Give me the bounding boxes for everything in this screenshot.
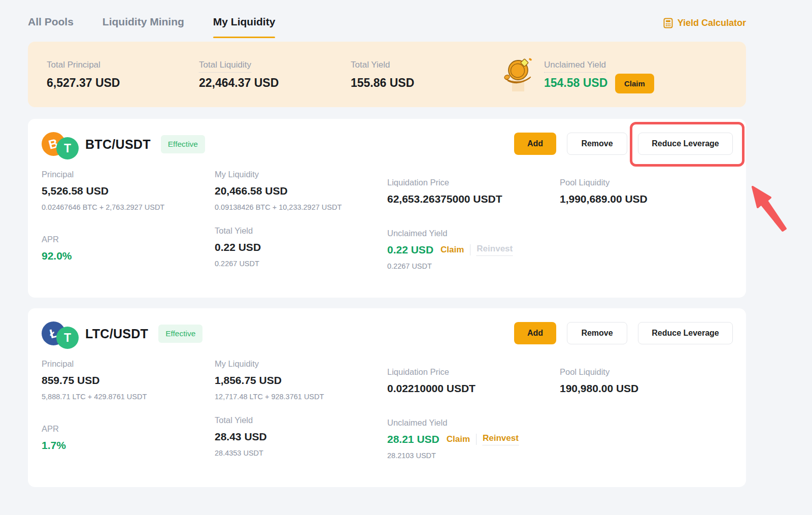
liquidation-price-value: 62,653.26375000 USDT (387, 193, 502, 205)
total-yield-label: Total Yield (215, 415, 267, 425)
total-yield-detail: 0.2267 USDT (215, 260, 261, 268)
active-tab-underline (213, 37, 276, 38)
my-liquidity-detail: 12,717.48 LTC + 928.3761 USDT (215, 393, 324, 401)
my-liquidity-block: My Liquidity 20,466.58 USD 0.09138426 BT… (215, 170, 342, 211)
liquidation-price-block: Liquidation Price 0.02210000 USDT (387, 367, 476, 395)
apr-value: 92.0% (42, 250, 72, 262)
pool-liquidity-label: Pool Liquidity (560, 178, 648, 187)
yield-calculator-link[interactable]: Yield Calculator (663, 18, 746, 28)
annotation-arrow-icon (738, 179, 812, 245)
status-badge: Effective (161, 135, 205, 153)
pool-liquidity-block: Pool Liquidity 1,990,689.00 USD (560, 178, 648, 205)
unclaimed-yield-value: 28.21 USD (387, 433, 439, 445)
apr-block: APR 92.0% (42, 235, 72, 262)
principal-detail: 5,888.71 LTC + 429.8761 USDT (42, 393, 147, 401)
my-liquidity-value: 1,856.75 USD (215, 374, 324, 387)
unclaimed-yield-block: Unclaimed Yield 0.22 USD Claim Reinvest … (387, 229, 513, 270)
pair-header: Ł T LTC/USDT Effective (42, 320, 202, 347)
total-principal-label: Total Principal (47, 60, 100, 70)
yield-calculator-label: Yield Calculator (678, 18, 746, 28)
my-liquidity-label: My Liquidity (215, 359, 324, 369)
pool-liquidity-label: Pool Liquidity (560, 367, 638, 377)
my-liquidity-value: 20,466.58 USD (215, 185, 342, 197)
status-badge: Effective (158, 325, 202, 343)
add-button[interactable]: Add (514, 322, 556, 344)
principal-value: 859.75 USD (42, 374, 147, 387)
unclaimed-yield-value: 0.22 USD (387, 244, 433, 256)
total-principal-value: 6,527.37 USD (47, 76, 120, 90)
my-liquidity-block: My Liquidity 1,856.75 USD 12,717.48 LTC … (215, 359, 324, 401)
pair-name: BTC/USDT (85, 137, 151, 152)
liquidation-price-value: 0.02210000 USDT (387, 382, 476, 395)
total-yield-value: 155.86 USD (351, 76, 414, 90)
unclaimed-yield-detail: 0.2267 USDT (387, 262, 513, 270)
usdt-icon: T (56, 327, 79, 349)
apr-label: APR (42, 235, 72, 244)
total-yield-value: 28.43 USD (215, 431, 267, 443)
reinvest-link: Reinvest (477, 244, 513, 256)
total-liquidity-label[interactable]: Total Liquidity (199, 60, 251, 73)
total-yield-value: 0.22 USD (215, 241, 261, 253)
unclaimed-yield-value: 154.58 USD (544, 76, 607, 90)
principal-value: 5,526.58 USD (42, 185, 164, 197)
pool-liquidity-value: 1,990,689.00 USD (560, 193, 648, 205)
principal-block: Principal 5,526.58 USD 0.02467646 BTC + … (42, 170, 164, 211)
my-liquidity-detail: 0.09138426 BTC + 10,233.2927 USDT (215, 203, 342, 211)
pair-header: B T BTC/USDT Effective (42, 131, 205, 157)
total-liquidity-value: 22,464.37 USD (199, 76, 279, 90)
add-button[interactable]: Add (514, 133, 556, 155)
topbar: All Pools Liquidity Mining My Liquidity … (28, 0, 746, 37)
total-yield-block: Total Yield 28.43 USD 28.4353 USDT (215, 415, 267, 457)
claim-link[interactable]: Claim (441, 245, 464, 255)
tab-bar: All Pools Liquidity Mining My Liquidity (28, 16, 275, 38)
my-liquidity-label: My Liquidity (215, 170, 342, 179)
calculator-icon (663, 18, 673, 28)
tab-all-pools[interactable]: All Pools (28, 16, 74, 38)
unclaimed-yield-detail: 28.2103 USDT (387, 452, 519, 460)
apr-block: APR 1.7% (42, 424, 66, 452)
principal-label: Principal (42, 170, 164, 179)
claim-button[interactable]: Claim (615, 74, 654, 93)
reinvest-link[interactable]: Reinvest (483, 433, 519, 445)
divider (476, 434, 477, 445)
liquidity-page: All Pools Liquidity Mining My Liquidity … (0, 0, 812, 515)
reduce-leverage-button[interactable]: Reduce Leverage (638, 322, 733, 344)
pool-card-btc-usdt: B T BTC/USDT Effective Add Remove Reduce… (28, 119, 746, 298)
unclaimed-yield-label: Unclaimed Yield (387, 418, 519, 428)
divider (470, 244, 470, 255)
gold-coin-icon (503, 56, 534, 92)
tab-my-liquidity-label: My Liquidity (213, 16, 276, 27)
total-yield-label: Total Yield (351, 60, 390, 70)
summary-banner: Total Principal 6,527.37 USD Total Liqui… (28, 42, 746, 107)
apr-label: APR (42, 424, 66, 434)
apr-value: 1.7% (42, 439, 66, 452)
pool-card-ltc-usdt: Ł T LTC/USDT Effective Add Remove Reduce… (28, 308, 746, 487)
liquidation-price-label: Liquidation Price (387, 367, 476, 377)
total-yield-label: Total Yield (215, 226, 261, 236)
total-yield-detail: 28.4353 USDT (215, 449, 267, 457)
usdt-icon: T (56, 137, 79, 159)
pair-name: LTC/USDT (85, 327, 148, 341)
unclaimed-yield-label: Unclaimed Yield (387, 229, 513, 238)
pool-liquidity-block: Pool Liquidity 190,980.00 USD (560, 367, 638, 395)
total-yield-block: Total Yield 0.22 USD 0.2267 USDT (215, 226, 261, 268)
principal-label: Principal (42, 359, 147, 369)
pair-coins: B T (42, 131, 80, 157)
remove-button[interactable]: Remove (567, 322, 627, 344)
reduce-leverage-button[interactable]: Reduce Leverage (638, 133, 733, 155)
principal-block: Principal 859.75 USD 5,888.71 LTC + 429.… (42, 359, 147, 401)
pool-liquidity-value: 190,980.00 USD (560, 382, 638, 395)
principal-detail: 0.02467646 BTC + 2,763.2927 USDT (42, 203, 164, 211)
liquidation-price-label: Liquidation Price (387, 178, 502, 187)
pair-coins: Ł T (42, 320, 80, 347)
tab-my-liquidity[interactable]: My Liquidity (213, 16, 276, 38)
remove-button[interactable]: Remove (567, 133, 627, 155)
unclaimed-yield-label[interactable]: Unclaimed Yield (544, 60, 606, 73)
tab-liquidity-mining[interactable]: Liquidity Mining (103, 16, 184, 38)
unclaimed-yield-block: Unclaimed Yield 28.21 USD Claim Reinvest… (387, 418, 519, 460)
liquidation-price-block: Liquidation Price 62,653.26375000 USDT (387, 178, 502, 205)
claim-link[interactable]: Claim (447, 434, 470, 444)
